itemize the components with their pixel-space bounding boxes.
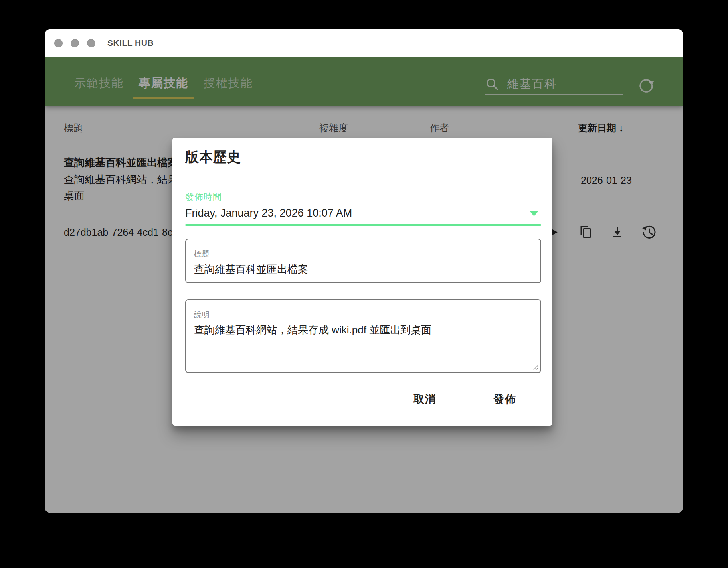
- close-window-button[interactable]: [54, 39, 63, 47]
- description-label: 說明: [194, 310, 532, 320]
- dialog-actions: 取消 發佈: [185, 384, 540, 414]
- title-input[interactable]: 標題 查詢維基百科並匯出檔案: [185, 239, 541, 283]
- zoom-window-button[interactable]: [87, 39, 95, 47]
- publish-time-select[interactable]: Friday, January 23, 2026 10:07 AM: [185, 207, 541, 219]
- resize-handle-icon[interactable]: [532, 364, 538, 370]
- title-input-label: 標題: [194, 249, 532, 259]
- version-history-dialog: 版本歷史 發佈時間 Friday, January 23, 2026 10:07…: [172, 138, 552, 426]
- titlebar: SKILL HUB: [45, 29, 683, 57]
- select-underline: [185, 224, 541, 226]
- publish-time-label: 發佈時間: [185, 191, 540, 203]
- traffic-lights: [54, 39, 95, 47]
- description-value: 查詢維基百科網站，結果存成 wiki.pdf 並匯出到桌面: [194, 323, 532, 337]
- window-title: SKILL HUB: [107, 38, 154, 48]
- publish-time-value: Friday, January 23, 2026 10:07 AM: [185, 207, 352, 219]
- minimize-window-button[interactable]: [71, 39, 79, 47]
- app-window: SKILL HUB 示範技能 專屬技能 授權技能 維基百科: [45, 29, 683, 513]
- dropdown-caret-icon: [529, 211, 539, 216]
- dialog-title: 版本歷史: [185, 148, 540, 166]
- description-textarea[interactable]: 說明 查詢維基百科網站，結果存成 wiki.pdf 並匯出到桌面: [185, 299, 541, 373]
- publish-button[interactable]: 發佈: [487, 388, 523, 410]
- cancel-button[interactable]: 取消: [407, 388, 443, 410]
- title-input-value: 查詢維基百科並匯出檔案: [194, 262, 532, 276]
